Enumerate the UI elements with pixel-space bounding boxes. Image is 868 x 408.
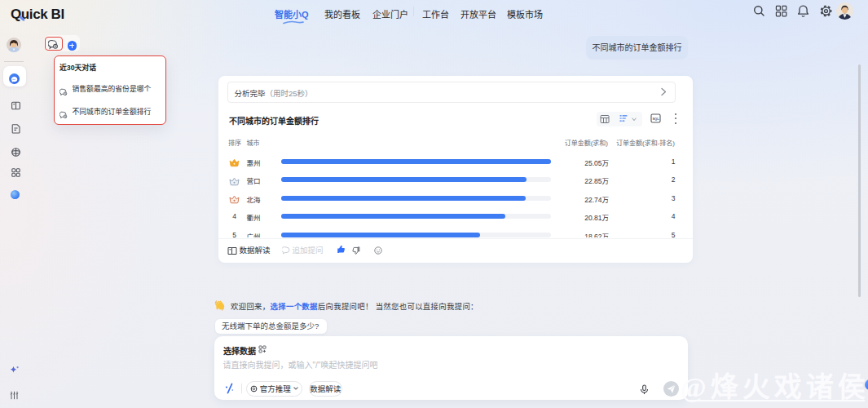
svg-text:SQL: SQL — [652, 117, 659, 121]
